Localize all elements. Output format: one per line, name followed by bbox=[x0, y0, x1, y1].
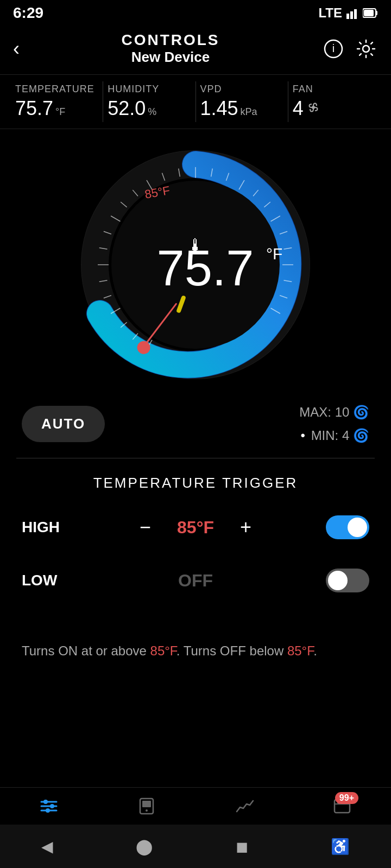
info-temp2: 85°F bbox=[287, 643, 313, 658]
high-decrease-button[interactable]: − bbox=[135, 513, 155, 541]
low-toggle[interactable] bbox=[326, 569, 369, 592]
svg-text:75.7: 75.7 bbox=[156, 240, 254, 296]
lte-label: LTE bbox=[318, 5, 342, 21]
info-text: Turns ON at or above 85°F. Turns OFF bel… bbox=[0, 636, 391, 677]
svg-rect-5 bbox=[364, 10, 374, 16]
settings-button[interactable] bbox=[354, 37, 378, 61]
svg-point-51 bbox=[50, 804, 54, 808]
header-center: CONTROLS New Device bbox=[121, 31, 219, 66]
temperature-value: 75.7 °F bbox=[15, 97, 98, 120]
high-controls: − 85°F + bbox=[135, 513, 256, 541]
svg-rect-4 bbox=[376, 11, 377, 15]
gauge-container: 85°F 🌡 75.7 °F bbox=[71, 140, 320, 390]
high-increase-button[interactable]: + bbox=[236, 513, 256, 541]
nav-chart[interactable] bbox=[235, 796, 254, 816]
fan-limits: MAX: 10 🌀 • MIN: 4 🌀 bbox=[299, 400, 369, 447]
bottom-nav: 99+ bbox=[0, 787, 391, 825]
nav-controls[interactable] bbox=[39, 796, 59, 816]
signal-icon bbox=[346, 7, 358, 19]
page-title: CONTROLS bbox=[121, 31, 219, 49]
low-label: LOW bbox=[22, 572, 65, 589]
system-nav-bar: ◀ ⬤ ◼ ♿ bbox=[0, 825, 391, 868]
back-button[interactable]: ‹ bbox=[13, 37, 20, 60]
fan-min: • MIN: 4 🌀 bbox=[299, 424, 369, 447]
svg-point-56 bbox=[146, 809, 148, 812]
fan-max: MAX: 10 🌀 bbox=[299, 400, 369, 424]
fan-label: FAN bbox=[293, 84, 376, 95]
battery-icon bbox=[363, 8, 378, 18]
svg-point-49 bbox=[43, 800, 48, 804]
nav-device[interactable] bbox=[137, 796, 156, 816]
device-name: New Device bbox=[121, 49, 219, 66]
humidity-label: HUMIDITY bbox=[108, 84, 191, 95]
humidity-value: 52.0 % bbox=[108, 97, 191, 120]
time: 6:29 bbox=[13, 4, 43, 22]
svg-rect-2 bbox=[354, 9, 357, 19]
recents-system-button[interactable]: ◼ bbox=[236, 838, 248, 856]
back-system-button[interactable]: ◀ bbox=[41, 838, 53, 856]
gear-icon bbox=[356, 39, 376, 59]
temperature-stat: TEMPERATURE 75.7 °F bbox=[11, 81, 103, 122]
fan-value: 4 bbox=[293, 97, 376, 120]
accessibility-system-button[interactable]: ♿ bbox=[331, 838, 350, 856]
humidity-stat: HUMIDITY 52.0 % bbox=[103, 81, 195, 122]
low-trigger-row: LOW OFF bbox=[22, 569, 369, 592]
chart-nav-icon bbox=[235, 796, 254, 816]
high-toggle[interactable] bbox=[326, 515, 369, 539]
status-bar: 6:29 LTE bbox=[0, 0, 391, 26]
controls-nav-icon bbox=[39, 796, 59, 816]
svg-point-9 bbox=[312, 106, 315, 109]
low-value: OFF bbox=[168, 571, 223, 591]
svg-text:i: i bbox=[332, 42, 335, 54]
high-label: HIGH bbox=[22, 519, 65, 536]
controls-row: AUTO MAX: 10 🌀 • MIN: 4 🌀 bbox=[0, 395, 391, 458]
trigger-title: TEMPERATURE TRIGGER bbox=[22, 475, 369, 492]
device-nav-icon bbox=[137, 796, 156, 816]
gauge-svg: 85°F 🌡 75.7 °F bbox=[71, 140, 320, 390]
vpd-stat: VPD 1.45 kPa bbox=[196, 81, 288, 122]
fan-stat: FAN 4 bbox=[288, 81, 380, 122]
info-icon: i bbox=[324, 39, 343, 59]
home-system-button[interactable]: ⬤ bbox=[136, 838, 153, 856]
high-trigger-row: HIGH − 85°F + bbox=[22, 513, 369, 541]
header: ‹ CONTROLS New Device i bbox=[0, 26, 391, 74]
header-icons: i bbox=[321, 37, 378, 61]
vpd-label: VPD bbox=[200, 84, 283, 95]
gauge-section: 85°F 🌡 75.7 °F bbox=[0, 129, 391, 395]
svg-rect-0 bbox=[346, 14, 349, 19]
auto-button[interactable]: AUTO bbox=[22, 406, 105, 442]
info-temp1: 85°F bbox=[150, 643, 176, 658]
nav-notifications[interactable]: 99+ bbox=[332, 796, 352, 816]
low-controls: OFF bbox=[168, 571, 223, 591]
svg-text:°F: °F bbox=[266, 245, 282, 263]
svg-point-8 bbox=[363, 46, 369, 52]
info-button[interactable]: i bbox=[321, 37, 345, 61]
svg-rect-1 bbox=[350, 11, 353, 19]
high-value: 85°F bbox=[168, 518, 223, 538]
svg-rect-55 bbox=[142, 801, 151, 807]
temperature-label: TEMPERATURE bbox=[15, 84, 98, 95]
vpd-value: 1.45 kPa bbox=[200, 97, 283, 120]
stats-row: TEMPERATURE 75.7 °F HUMIDITY 52.0 % VPD … bbox=[0, 74, 391, 129]
status-right: LTE bbox=[318, 5, 378, 21]
svg-point-53 bbox=[46, 808, 50, 813]
fan-icon bbox=[306, 100, 321, 115]
notification-badge: 99+ bbox=[335, 792, 358, 804]
trigger-section: TEMPERATURE TRIGGER HIGH − 85°F + LOW OF… bbox=[0, 458, 391, 636]
